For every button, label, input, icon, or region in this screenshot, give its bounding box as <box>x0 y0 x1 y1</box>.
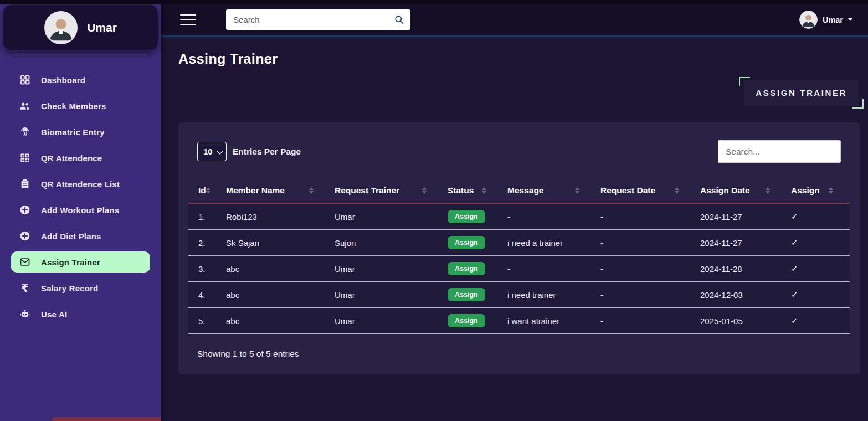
assign-status-badge[interactable]: Assign <box>448 210 485 223</box>
assign-trainer-button[interactable]: ASSIGN TRAINER <box>744 80 859 106</box>
table-row: 2.Sk SajanSujonAssigni need a trainer-20… <box>188 230 850 256</box>
table-footer-summary: Showing 1 to 5 of 5 entries <box>197 349 841 359</box>
main-column: Umar Assing Trainer ASSIGN TRAINER 10 <box>161 0 868 421</box>
sidebar-item-add-workout-plans[interactable]: Add Workout Plans <box>11 199 150 220</box>
cell-member-name: abc <box>222 282 330 308</box>
cell-status: Assign <box>443 203 503 230</box>
top-edge-strip <box>0 0 868 4</box>
table-search-input[interactable] <box>718 140 841 163</box>
column-header-assign-date[interactable]: Assign Date <box>696 181 787 203</box>
robot-icon <box>18 308 32 320</box>
column-header-request-trainer[interactable]: Request Trainer <box>330 181 443 203</box>
cell-id: 2. <box>188 230 222 256</box>
cell-request-trainer: Umar <box>330 203 443 230</box>
column-header-request-date[interactable]: Request Date <box>596 181 696 203</box>
hamburger-menu-icon[interactable] <box>180 14 196 25</box>
horizontal-scrollbar-thumb[interactable] <box>53 417 161 421</box>
sidebar-nav: DashboardCheck MembersBiomatric EntryQR … <box>0 57 161 325</box>
table-row: 5.abcUmarAssigni want atrainer-2025-01-0… <box>188 308 850 334</box>
action-row: ASSIGN TRAINER <box>178 77 860 108</box>
sidebar-item-assign-trainer[interactable]: Assign Trainer <box>11 251 150 273</box>
assign-status-badge[interactable]: Assign <box>448 314 485 327</box>
sidebar: Umar DashboardCheck MembersBiomatric Ent… <box>0 0 161 421</box>
chevron-down-icon <box>848 18 852 21</box>
cell-assign-date: 2025-01-05 <box>696 308 787 334</box>
cell-request-date: - <box>596 308 696 334</box>
sort-icon[interactable] <box>766 187 770 194</box>
sidebar-item-check-members[interactable]: Check Members <box>11 95 150 116</box>
cell-assigned: ✓ <box>787 308 850 334</box>
table-controls: 10 Entries Per Page <box>197 140 841 163</box>
cell-assign-date: 2024-11-28 <box>696 256 787 282</box>
cell-assigned: ✓ <box>787 282 850 308</box>
page-title: Assing Trainer <box>178 51 860 67</box>
cell-id: 3. <box>188 256 222 282</box>
cell-member-name: Robi123 <box>222 203 330 230</box>
sort-icon[interactable] <box>206 187 210 194</box>
cell-message: - <box>503 203 596 230</box>
cell-message: - <box>503 256 596 282</box>
envelope-icon <box>18 256 32 268</box>
cell-id: 1. <box>188 203 222 230</box>
page-content: Assing Trainer ASSIGN TRAINER 10 Entries… <box>161 35 868 421</box>
sort-icon[interactable] <box>422 187 427 194</box>
cell-assigned: ✓ <box>787 230 850 256</box>
cell-status: Assign <box>443 308 503 334</box>
grid-icon <box>18 74 32 86</box>
column-header-member-name[interactable]: Member Name <box>222 181 330 203</box>
sidebar-item-qr-attendence-list[interactable]: QR Attendence List <box>11 173 150 194</box>
topbar-search-input[interactable] <box>233 15 394 24</box>
user-menu[interactable]: Umar <box>799 11 852 29</box>
cell-request-trainer: Umar <box>330 282 443 308</box>
cell-status: Assign <box>443 230 503 256</box>
assign-status-badge[interactable]: Assign <box>448 288 485 301</box>
column-header-assign[interactable]: Assign <box>787 181 850 203</box>
qr-icon <box>18 152 32 164</box>
cell-assigned: ✓ <box>787 256 850 282</box>
sidebar-item-add-diet-plans[interactable]: Add Diet Plans <box>11 225 150 247</box>
column-header-message[interactable]: Message <box>503 181 596 203</box>
sort-icon[interactable] <box>309 187 314 194</box>
column-header-id[interactable]: Id <box>188 181 222 203</box>
cell-message: i need a trainer <box>503 230 596 256</box>
search-icon[interactable] <box>394 14 404 25</box>
cell-member-name: Sk Sajan <box>222 230 330 256</box>
plus-icon <box>18 230 32 242</box>
table-row: 3.abcUmarAssign--2024-11-28✓ <box>188 256 850 282</box>
cell-status: Assign <box>443 256 503 282</box>
column-header-status[interactable]: Status <box>443 181 503 203</box>
sidebar-item-dashboard[interactable]: Dashboard <box>11 69 150 90</box>
sidebar-item-qr-attendence[interactable]: QR Attendence <box>11 147 150 168</box>
sort-icon[interactable] <box>829 187 833 194</box>
plus-icon <box>18 204 32 216</box>
table-body: 1.Robi123UmarAssign--2024-11-27✓2.Sk Saj… <box>188 203 850 334</box>
sidebar-item-use-ai[interactable]: Use AI <box>11 304 150 325</box>
assign-status-badge[interactable]: Assign <box>448 236 485 249</box>
cell-member-name: abc <box>222 308 330 334</box>
user-avatar <box>44 11 78 44</box>
clipboard-icon <box>18 178 32 190</box>
sidebar-user-name: Umar <box>87 21 117 34</box>
cell-id: 5. <box>188 308 222 334</box>
entries-per-page-label: Entries Per Page <box>233 147 301 157</box>
cell-assign-date: 2024-11-27 <box>696 203 787 230</box>
cell-request-date: - <box>596 203 696 230</box>
topbar: Umar <box>161 0 868 35</box>
cell-assigned: ✓ <box>787 203 850 230</box>
sidebar-item-biomatric-entry[interactable]: Biomatric Entry <box>11 121 150 142</box>
cell-request-trainer: Umar <box>330 308 443 334</box>
sidebar-item-salary-record[interactable]: ₹Salary Record <box>11 278 150 299</box>
topbar-search-box <box>226 9 410 30</box>
sort-icon[interactable] <box>675 187 679 194</box>
table-row: 4.abcUmarAssigni need trainer-2024-12-03… <box>188 282 850 308</box>
assign-status-badge[interactable]: Assign <box>448 262 485 275</box>
cell-request-date: - <box>596 282 696 308</box>
members-icon <box>18 100 32 112</box>
app-root: Umar DashboardCheck MembersBiomatric Ent… <box>0 0 868 421</box>
cell-status: Assign <box>443 282 503 308</box>
cell-message: i want atrainer <box>503 308 596 334</box>
entries-per-page-select[interactable]: 10 <box>197 142 227 161</box>
sort-icon[interactable] <box>482 187 486 194</box>
sort-icon[interactable] <box>575 187 579 194</box>
rupee-icon: ₹ <box>18 282 32 294</box>
